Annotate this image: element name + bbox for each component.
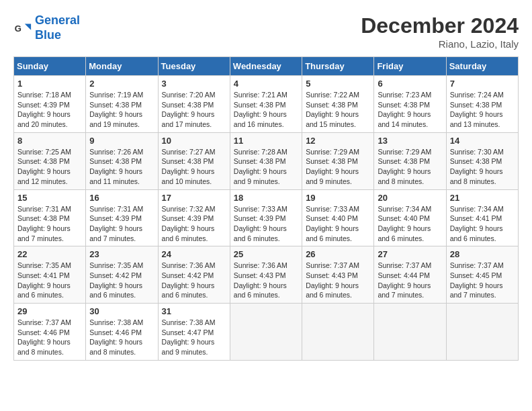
day-cell-23: 23 Sunrise: 7:35 AMSunset: 4:42 PMDaylig… [86, 246, 158, 304]
day-info: Sunrise: 7:31 AMSunset: 4:38 PMDaylight:… [17, 204, 82, 244]
calendar-header-row: SundayMondayTuesdayWednesdayThursdayFrid… [14, 57, 519, 76]
day-info: Sunrise: 7:37 AMSunset: 4:43 PMDaylight:… [306, 261, 370, 300]
header-wednesday: Wednesday [230, 57, 302, 76]
day-info: Sunrise: 7:24 AMSunset: 4:38 PMDaylight:… [450, 90, 515, 130]
calendar-table: SundayMondayTuesdayWednesdayThursdayFrid… [13, 56, 519, 361]
day-number: 31 [162, 306, 226, 316]
day-info: Sunrise: 7:26 AMSunset: 4:38 PMDaylight:… [89, 147, 154, 187]
day-cell-31: 31 Sunrise: 7:38 AMSunset: 4:47 PMDaylig… [158, 304, 230, 361]
day-cell-3: 3 Sunrise: 7:20 AMSunset: 4:38 PMDayligh… [158, 76, 230, 133]
day-info: Sunrise: 7:27 AMSunset: 4:38 PMDaylight:… [162, 147, 226, 187]
day-cell-5: 5 Sunrise: 7:22 AMSunset: 4:38 PMDayligh… [302, 76, 374, 133]
day-number: 8 [17, 136, 82, 146]
day-cell-17: 17 Sunrise: 7:32 AMSunset: 4:39 PMDaylig… [158, 189, 230, 246]
day-info: Sunrise: 7:22 AMSunset: 4:38 PMDaylight:… [306, 90, 370, 130]
day-number: 10 [162, 136, 226, 146]
day-number: 23 [89, 249, 154, 259]
day-info: Sunrise: 7:36 AMSunset: 4:43 PMDaylight:… [234, 261, 298, 300]
day-info: Sunrise: 7:33 AMSunset: 4:39 PMDaylight:… [234, 204, 298, 244]
day-info: Sunrise: 7:38 AMSunset: 4:47 PMDaylight:… [162, 318, 226, 357]
day-info: Sunrise: 7:29 AMSunset: 4:38 PMDaylight:… [378, 147, 442, 187]
day-info: Sunrise: 7:36 AMSunset: 4:42 PMDaylight:… [162, 261, 226, 300]
day-info: Sunrise: 7:23 AMSunset: 4:38 PMDaylight:… [378, 90, 442, 130]
empty-cell [446, 304, 518, 361]
day-number: 19 [306, 193, 370, 203]
day-number: 25 [234, 249, 298, 259]
day-info: Sunrise: 7:28 AMSunset: 4:38 PMDaylight:… [234, 147, 298, 187]
day-number: 2 [89, 79, 154, 89]
day-number: 7 [450, 79, 515, 89]
day-number: 26 [306, 249, 370, 259]
week-row-2: 8 Sunrise: 7:25 AMSunset: 4:38 PMDayligh… [14, 132, 519, 189]
day-cell-26: 26 Sunrise: 7:37 AMSunset: 4:43 PMDaylig… [302, 246, 374, 304]
empty-cell [230, 304, 302, 361]
svg-text:G: G [15, 23, 21, 33]
header-tuesday: Tuesday [158, 57, 230, 76]
title-block: December 2024 Riano, Lazio, Italy [361, 13, 519, 50]
day-number: 14 [450, 136, 515, 146]
day-number: 20 [378, 193, 442, 203]
day-info: Sunrise: 7:34 AMSunset: 4:40 PMDaylight:… [378, 204, 442, 244]
svg-marker-1 [25, 24, 31, 30]
day-info: Sunrise: 7:29 AMSunset: 4:38 PMDaylight:… [306, 147, 370, 187]
day-number: 9 [89, 136, 154, 146]
day-number: 6 [378, 79, 442, 89]
day-cell-2: 2 Sunrise: 7:19 AMSunset: 4:38 PMDayligh… [86, 76, 158, 133]
day-cell-15: 15 Sunrise: 7:31 AMSunset: 4:38 PMDaylig… [14, 189, 86, 246]
month-title: December 2024 [361, 13, 519, 38]
day-number: 15 [17, 193, 82, 203]
day-number: 28 [450, 249, 515, 259]
week-row-3: 15 Sunrise: 7:31 AMSunset: 4:38 PMDaylig… [14, 189, 519, 246]
header-thursday: Thursday [302, 57, 374, 76]
day-number: 1 [17, 79, 82, 89]
day-number: 4 [234, 79, 298, 89]
day-number: 17 [162, 193, 226, 203]
day-cell-13: 13 Sunrise: 7:29 AMSunset: 4:38 PMDaylig… [374, 132, 446, 189]
day-cell-9: 9 Sunrise: 7:26 AMSunset: 4:38 PMDayligh… [86, 132, 158, 189]
empty-cell [302, 304, 374, 361]
day-cell-18: 18 Sunrise: 7:33 AMSunset: 4:39 PMDaylig… [230, 189, 302, 246]
day-cell-22: 22 Sunrise: 7:35 AMSunset: 4:41 PMDaylig… [14, 246, 86, 304]
day-info: Sunrise: 7:37 AMSunset: 4:46 PMDaylight:… [17, 318, 82, 357]
day-info: Sunrise: 7:30 AMSunset: 4:38 PMDaylight:… [450, 147, 515, 187]
week-row-4: 22 Sunrise: 7:35 AMSunset: 4:41 PMDaylig… [14, 246, 519, 304]
day-cell-7: 7 Sunrise: 7:24 AMSunset: 4:38 PMDayligh… [446, 76, 518, 133]
day-cell-27: 27 Sunrise: 7:37 AMSunset: 4:44 PMDaylig… [374, 246, 446, 304]
header-friday: Friday [374, 57, 446, 76]
day-cell-28: 28 Sunrise: 7:37 AMSunset: 4:45 PMDaylig… [446, 246, 518, 304]
day-cell-24: 24 Sunrise: 7:36 AMSunset: 4:42 PMDaylig… [158, 246, 230, 304]
day-number: 24 [162, 249, 226, 259]
day-number: 12 [306, 136, 370, 146]
day-cell-11: 11 Sunrise: 7:28 AMSunset: 4:38 PMDaylig… [230, 132, 302, 189]
day-info: Sunrise: 7:34 AMSunset: 4:41 PMDaylight:… [450, 204, 515, 244]
day-info: Sunrise: 7:37 AMSunset: 4:44 PMDaylight:… [378, 261, 442, 300]
day-number: 18 [234, 193, 298, 203]
day-info: Sunrise: 7:31 AMSunset: 4:39 PMDaylight:… [89, 204, 154, 244]
day-number: 29 [17, 306, 82, 316]
header-monday: Monday [86, 57, 158, 76]
day-info: Sunrise: 7:25 AMSunset: 4:38 PMDaylight:… [17, 147, 82, 187]
day-info: Sunrise: 7:35 AMSunset: 4:41 PMDaylight:… [17, 261, 82, 300]
day-cell-12: 12 Sunrise: 7:29 AMSunset: 4:38 PMDaylig… [302, 132, 374, 189]
day-cell-10: 10 Sunrise: 7:27 AMSunset: 4:38 PMDaylig… [158, 132, 230, 189]
location: Riano, Lazio, Italy [361, 38, 519, 50]
header-sunday: Sunday [14, 57, 86, 76]
day-info: Sunrise: 7:19 AMSunset: 4:38 PMDaylight:… [89, 90, 154, 130]
day-info: Sunrise: 7:33 AMSunset: 4:40 PMDaylight:… [306, 204, 370, 244]
logo-line1: General [35, 13, 80, 27]
empty-cell [374, 304, 446, 361]
day-cell-4: 4 Sunrise: 7:21 AMSunset: 4:38 PMDayligh… [230, 76, 302, 133]
day-cell-14: 14 Sunrise: 7:30 AMSunset: 4:38 PMDaylig… [446, 132, 518, 189]
header-saturday: Saturday [446, 57, 518, 76]
page-header: G General Blue December 2024 Riano, Lazi… [13, 13, 519, 50]
day-info: Sunrise: 7:32 AMSunset: 4:39 PMDaylight:… [162, 204, 226, 244]
day-info: Sunrise: 7:21 AMSunset: 4:38 PMDaylight:… [234, 90, 298, 130]
day-number: 5 [306, 79, 370, 89]
day-cell-25: 25 Sunrise: 7:36 AMSunset: 4:43 PMDaylig… [230, 246, 302, 304]
logo: G General Blue [13, 13, 80, 42]
day-cell-16: 16 Sunrise: 7:31 AMSunset: 4:39 PMDaylig… [86, 189, 158, 246]
logo-line2: Blue [35, 28, 80, 43]
day-number: 11 [234, 136, 298, 146]
day-number: 21 [450, 193, 515, 203]
week-row-1: 1 Sunrise: 7:18 AMSunset: 4:39 PMDayligh… [14, 76, 519, 133]
